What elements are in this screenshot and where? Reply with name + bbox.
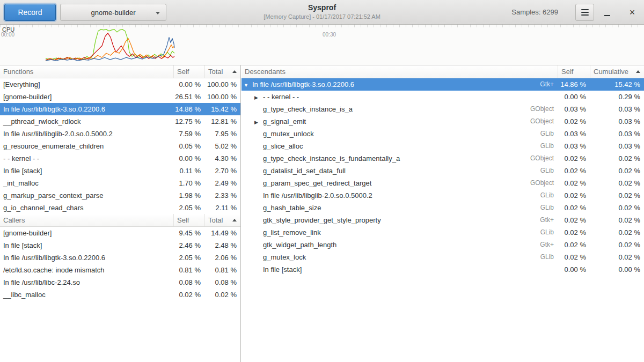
cell-total-percent: 100.00 % <box>205 78 240 91</box>
minimize-button[interactable] <box>604 5 619 20</box>
column-header-self[interactable]: Self <box>174 214 205 226</box>
cell-function-name: - - kernel - - <box>0 152 174 165</box>
time-tick-label-start: 00:00 <box>1 32 14 38</box>
table-row[interactable]: g_io_channel_read_chars2.05 %2.11 % <box>0 202 240 214</box>
function-label: In file /usr/lib/libgtk-3.so.0.2200.6 <box>252 80 354 88</box>
table-row[interactable]: In file [stack]2.46 %2.48 % <box>0 239 240 252</box>
cell-function-name: In file /usr/lib/libglib-2.0.so.0.5000.2 <box>0 128 174 140</box>
cell-cumulative-percent: 0.02 % <box>590 214 644 226</box>
cell-self-percent: 0.03 % <box>558 128 590 140</box>
tree-row[interactable]: gtk_widget_path_lengthGtk+0.02 %0.02 % <box>241 239 644 251</box>
function-label: g_mutex_unlock <box>263 130 314 138</box>
table-row[interactable]: In file /usr/lib/libglib-2.0.so.0.5000.2… <box>0 128 240 140</box>
cell-library-tag: GLib <box>524 128 558 140</box>
cell-function-name: In file /usr/lib/libglib-2.0.so.0.5000.2 <box>241 189 524 202</box>
cell-function-name: [Everything] <box>0 78 174 91</box>
cell-function-name: g_datalist_id_set_data_full <box>241 165 524 177</box>
function-label: - - kernel - - <box>263 93 299 101</box>
tree-row[interactable]: g_datalist_id_set_data_fullGLib0.02 %0.0… <box>241 165 644 177</box>
column-header-functions[interactable]: Functions <box>0 65 174 78</box>
tree-row[interactable]: In file /usr/lib/libglib-2.0.so.0.5000.2… <box>241 189 644 202</box>
cell-library-tag: GLib <box>524 251 558 263</box>
column-header-label: Callers <box>3 216 25 224</box>
cell-function-name: g_list_remove_link <box>241 226 524 239</box>
tree-row[interactable]: gtk_style_provider_get_style_propertyGtk… <box>241 214 644 226</box>
close-button[interactable]: × <box>625 5 640 20</box>
function-label: g_type_check_instance_is_a <box>263 105 353 113</box>
tree-row[interactable]: g_slice_allocGLib0.03 %0.03 % <box>241 140 644 152</box>
cell-total-percent: 0.02 % <box>205 289 240 301</box>
column-header-self[interactable]: Self <box>174 65 205 78</box>
tree-row[interactable]: ▼In file /usr/lib/libgtk-3.so.0.2200.6Gt… <box>241 78 644 91</box>
minimize-icon <box>604 15 610 16</box>
tree-row[interactable]: g_mutex_lockGLib0.02 %0.02 % <box>241 251 644 263</box>
table-row[interactable]: In file /usr/lib/libc-2.24.so0.08 %0.08 … <box>0 276 240 289</box>
cell-function-name: In file /usr/lib/libgtk-3.so.0.2200.6 <box>0 103 174 115</box>
table-row[interactable]: In file /usr/lib/libgtk-3.so.0.2200.614.… <box>0 103 240 115</box>
cell-self-percent: 0.02 % <box>174 289 205 301</box>
cell-library-tag: Gtk+ <box>524 239 558 251</box>
window-title: Sysprof <box>172 3 472 12</box>
expander-open-icon[interactable]: ▼ <box>244 79 252 91</box>
cell-total-percent: 2.48 % <box>205 239 240 252</box>
cell-self-percent: 12.75 % <box>174 115 205 128</box>
cell-cumulative-percent: 0.02 % <box>590 165 644 177</box>
table-row[interactable]: /etc/ld.so.cache: inode mismatch0.81 %0.… <box>0 264 240 276</box>
table-row[interactable]: [gnome-builder]9.45 %14.49 % <box>0 227 240 239</box>
cell-self-percent: 0.02 % <box>558 152 590 165</box>
cell-self-percent: 0.05 % <box>174 140 205 152</box>
column-header-total[interactable]: Total <box>205 214 240 226</box>
cell-self-percent: 0.03 % <box>558 140 590 152</box>
samples-count: Samples: 6299 <box>511 0 558 25</box>
cell-function-name: [gnome-builder] <box>0 91 174 103</box>
cell-self-percent: 1.70 % <box>174 177 205 189</box>
table-row[interactable]: In file /usr/lib/libgtk-3.so.0.2200.62.0… <box>0 252 240 264</box>
function-label: g_type_check_instance_is_fundamentally_a <box>263 154 400 162</box>
table-row[interactable]: __pthread_rwlock_rdlock12.75 %12.81 % <box>0 115 240 128</box>
tree-row[interactable]: ▶- - kernel - -0.00 %0.29 % <box>241 91 644 103</box>
table-row[interactable]: __libc_malloc0.02 %0.02 % <box>0 289 240 301</box>
table-row[interactable]: [Everything]0.00 %100.00 % <box>0 78 240 91</box>
hamburger-menu-button[interactable] <box>575 4 594 21</box>
tree-row[interactable]: g_mutex_unlockGLib0.03 %0.03 % <box>241 128 644 140</box>
expander-closed-icon[interactable]: ▶ <box>254 116 263 128</box>
tree-row[interactable]: g_param_spec_get_redirect_targetGObject0… <box>241 177 644 189</box>
sysprof-window: Record gnome-builder Sysprof [Memory Cap… <box>0 0 644 362</box>
tree-row[interactable]: g_list_remove_linkGLib0.02 %0.02 % <box>241 226 644 239</box>
tree-row[interactable]: ▶g_signal_emitGObject0.02 %0.03 % <box>241 115 644 128</box>
cell-self-percent: 0.00 % <box>558 91 590 103</box>
cell-function-name: g_markup_parse_context_parse <box>0 189 174 202</box>
column-header-callers[interactable]: Callers <box>0 214 174 226</box>
functions-header: Functions Self Total <box>0 65 240 78</box>
cell-self-percent: 26.51 % <box>174 91 205 103</box>
cpu-timeline[interactable]: CPU 00:00 00:30 <box>0 25 644 65</box>
tree-row[interactable]: In file [stack]0.00 %0.00 % <box>241 263 644 276</box>
tree-row[interactable]: g_hash_table_sizeGLib0.02 %0.02 % <box>241 202 644 214</box>
column-header-self[interactable]: Self <box>558 65 590 78</box>
cell-function-name: g_io_channel_read_chars <box>0 202 174 214</box>
cell-library-tag: Gtk+ <box>524 78 558 91</box>
table-row[interactable]: _int_malloc1.70 %2.49 % <box>0 177 240 189</box>
column-header-label: Total <box>208 68 223 76</box>
cell-total-percent: 5.02 % <box>205 140 240 152</box>
process-selector-dropdown[interactable]: gnome-builder <box>60 4 166 21</box>
column-header-total[interactable]: Total <box>205 65 240 78</box>
table-row[interactable]: g_resource_enumerate_children0.05 %5.02 … <box>0 140 240 152</box>
expander-closed-icon[interactable]: ▶ <box>254 92 263 103</box>
table-row[interactable]: [gnome-builder]26.51 %100.00 % <box>0 91 240 103</box>
table-row[interactable]: In file [stack]0.11 %2.70 % <box>0 165 240 177</box>
column-header-cumulative[interactable]: Cumulative <box>590 65 644 78</box>
function-label: g_mutex_lock <box>263 253 306 261</box>
cell-function-name: __libc_malloc <box>0 289 174 301</box>
cell-total-percent: 12.81 % <box>205 115 240 128</box>
cell-total-percent: 100.00 % <box>205 91 240 103</box>
column-header-descendants[interactable]: Descendants <box>241 65 558 78</box>
cell-total-percent: 2.11 % <box>205 202 240 214</box>
cell-function-name: In file /usr/lib/libc-2.24.so <box>0 276 174 289</box>
table-row[interactable]: - - kernel - -0.00 %4.30 % <box>0 152 240 165</box>
table-row[interactable]: g_markup_parse_context_parse1.98 %2.33 % <box>0 189 240 202</box>
tree-row[interactable]: g_type_check_instance_is_fundamentally_a… <box>241 152 644 165</box>
tree-row[interactable]: g_type_check_instance_is_aGObject0.03 %0… <box>241 103 644 115</box>
cell-self-percent: 0.02 % <box>558 115 590 128</box>
record-button[interactable]: Record <box>4 4 56 21</box>
